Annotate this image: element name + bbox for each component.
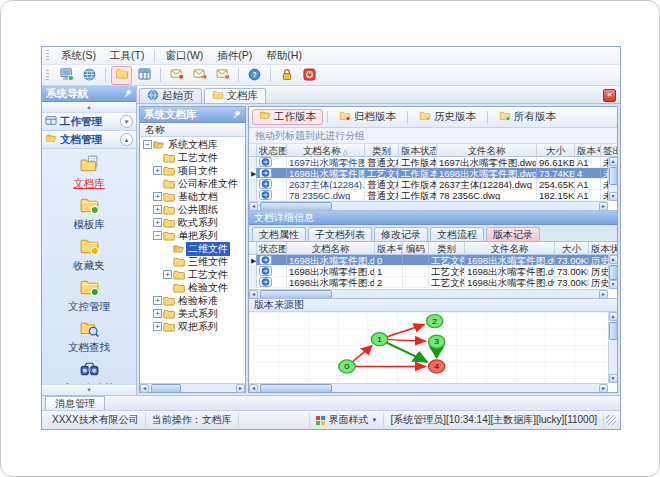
tree-node-双把系列[interactable]: + 双把系列 [140,320,245,333]
ui-style-dropdown[interactable]: 界面样式 ▼ [309,413,384,427]
mail-alert-button[interactable] [212,66,233,85]
column-header-版本号[interactable]: 版本号 [575,144,601,157]
column-header-签出状态[interactable]: 签出状态 [601,144,617,157]
table-row[interactable]: 1698出水嘴零件图.dwg1工艺文件1698出水嘴零件图.dwg73.00KB… [249,266,617,277]
tree-node-检验文件[interactable]: 检验文件 [140,281,245,294]
sidebar-item-文档库[interactable]: 文档库 [73,154,105,191]
sidebar-group-collapsed[interactable]: 工作管理 ▼ [42,113,136,131]
sidebar-item-模板库[interactable]: 模板库 [73,195,105,232]
button-归档版本[interactable]: 归档版本 [332,109,403,125]
close-tab-button[interactable]: × [603,89,616,102]
column-header-类别[interactable]: 类别 [429,242,465,255]
monitor-button[interactable] [56,66,77,85]
column-header-大小[interactable]: 大小 [555,242,589,255]
column-header-版本号[interactable]: 版本号 [375,242,403,255]
tree-node-欧式系列[interactable]: + 欧式系列 [140,216,245,229]
lock-button[interactable] [276,66,297,85]
column-header-版本状态[interactable]: 版本状态 [589,242,617,255]
tree-node-工艺文件[interactable]: 工艺文件 [140,151,245,164]
expand-plus-icon[interactable]: + [153,322,162,331]
sidebar-item-文件夹查找[interactable]: 文件夹查找 [63,359,116,384]
pin-icon[interactable] [232,109,241,121]
tab-文档库[interactable]: 文档库 [204,88,267,103]
folder-button[interactable] [111,66,132,85]
column-header-文档名称[interactable]: 文档名称△ [287,144,365,157]
tab-起始页[interactable]: 起始页 [139,88,202,103]
column-header-类别[interactable]: 类别 [365,144,399,157]
version-table-hscrollbar[interactable] [249,289,608,298]
version-node-2[interactable]: 2 [426,314,442,327]
table-row[interactable]: 2637主体(12284).dwg普通文档工作版本2637主体(12284).d… [249,179,617,190]
tree-node-公共图纸[interactable]: + 公共图纸 [140,203,245,216]
column-header-状态图[interactable]: 状态图 [257,144,287,157]
version-node-1[interactable]: 1 [371,333,387,346]
chevron-down-icon[interactable]: ▼ [120,115,133,128]
expand-plus-icon[interactable]: + [153,205,162,214]
tree-horizontal-scrollbar[interactable] [140,383,245,392]
help-button[interactable]: ? [244,66,265,85]
mail-button[interactable] [166,66,187,85]
column-header-状态图[interactable]: 状态图 [257,242,287,255]
tree-node-美式系列[interactable]: + 美式系列 [140,307,245,320]
documents-table-hscrollbar[interactable] [249,201,608,210]
menu-item[interactable]: 插件(P) [210,48,259,64]
table-row[interactable]: 1697出水嘴零件图.dwg普通文档工作版本1697出水嘴零件图.dwg96.6… [249,157,617,168]
pin-icon[interactable] [123,88,132,100]
grid-view-button[interactable] [134,66,155,85]
expand-plus-icon[interactable]: + [153,296,162,305]
detail-tab-子文档列表[interactable]: 子文档列表 [308,227,372,241]
documents-table-vscrollbar[interactable] [608,157,617,201]
sidebar-item-文控管理[interactable]: 文控管理 [68,277,110,314]
column-header-编码[interactable]: 编码 [403,242,429,255]
graph-vscrollbar[interactable] [608,312,617,383]
menu-drag-grip[interactable] [46,50,49,61]
document-link[interactable]: 78 2356C.dwg [289,190,350,201]
window-resize-grip[interactable] [606,415,616,425]
toolbar-drag-grip[interactable] [46,70,49,81]
column-header-文件名称[interactable]: 文件名称 [437,144,537,157]
sidebar-group-expanded[interactable]: 文档管理 ▲ [42,131,136,149]
tree-node-系统文档库[interactable]: − 系统文档库 [140,138,245,151]
tree-node-检验标准[interactable]: + 检验标准 [140,294,245,307]
version-graph[interactable]: 0 1 2 3 4 [249,312,608,383]
column-header-版本状态[interactable]: 版本状态 [399,144,437,157]
table-row[interactable]: 1698出水嘴零件图.dwg2工艺文件1698出水嘴零件图.dwg73.00KB… [249,277,617,288]
tree-node-二维文件[interactable]: 二维文件 [140,242,245,255]
table-row[interactable]: 78 2356C.dwg普通文档工作版本78 2356C.dwg182.15KB… [249,190,617,201]
sidebar-scroll-down[interactable]: ▼ [42,384,136,395]
power-button[interactable] [299,66,320,85]
mail-send-button[interactable] [189,66,210,85]
version-node-0[interactable]: 0 [339,360,355,373]
expand-plus-icon[interactable]: + [163,270,172,279]
column-header-大小[interactable]: 大小 [537,144,575,157]
version-node-3[interactable]: 3 [429,335,445,348]
button-历史版本[interactable]: 历史版本 [412,109,483,125]
document-link[interactable]: 1697出水嘴零件图.dwg [289,157,365,168]
menu-item[interactable]: 窗口(W) [158,48,210,64]
menu-item[interactable]: 工具(T) [103,48,151,64]
version-graph-area[interactable]: 0 1 2 3 4 [249,312,617,392]
version-table-vscrollbar[interactable] [608,255,617,289]
sidebar-item-收藏夹[interactable]: 收藏夹 [73,236,105,273]
expand-plus-icon[interactable]: + [153,218,162,227]
chevron-up-icon[interactable]: ▲ [120,133,133,146]
expand-plus-icon[interactable]: + [153,309,162,318]
tree-node-公司标准文件[interactable]: 公司标准文件 [140,177,245,190]
tree-column-header[interactable]: 名称 [140,123,245,137]
tree-node-单把系列[interactable]: − 单把系列 [140,229,245,242]
detail-tab-版本记录[interactable]: 版本记录 [486,227,540,241]
document-link[interactable]: 1698出水嘴零件图.dwg [289,168,365,179]
table-row[interactable]: ▶1698出水嘴零件图.dwg0工艺文件1698出水嘴零件图.dwg73.00K… [249,255,617,266]
collapse-minus-icon[interactable]: − [143,140,152,149]
tree-node-工艺文件[interactable]: + 工艺文件 [140,268,245,281]
expand-plus-icon[interactable]: + [153,166,162,175]
graph-hscrollbar[interactable] [249,383,608,392]
column-header-文档名称[interactable]: 文档名称 [287,242,375,255]
message-management-tab[interactable]: 消息管理 [45,396,105,410]
version-node-4[interactable]: 4 [429,360,445,373]
menu-item[interactable]: 帮助(H) [259,48,309,64]
detail-tab-文档流程[interactable]: 文档流程 [430,227,484,241]
sidebar-item-文档查找[interactable]: 文档查找 [68,318,110,355]
button-工作版本[interactable]: 工作版本 [252,109,323,125]
expand-plus-icon[interactable]: + [153,192,162,201]
